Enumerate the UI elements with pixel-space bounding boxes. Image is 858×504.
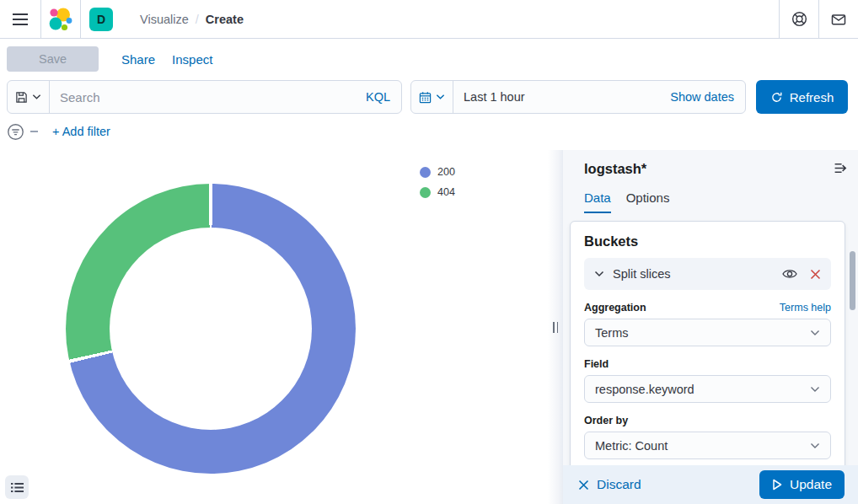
date-picker-group: Last 1 hour Show dates xyxy=(410,80,746,114)
elastic-logo-icon xyxy=(49,8,72,31)
inspect-button[interactable]: Inspect xyxy=(172,52,212,67)
filter-dash-decoration xyxy=(30,131,38,132)
legend-toggle-button[interactable] xyxy=(5,475,29,499)
chevron-down-icon xyxy=(810,442,820,449)
tab-data[interactable]: Data xyxy=(584,190,611,213)
chevron-down-icon xyxy=(810,330,820,336)
field-select[interactable]: response.keyword xyxy=(584,375,831,403)
add-filter-button[interactable]: + Add filter xyxy=(52,125,110,138)
saved-query-menu-button[interactable] xyxy=(8,81,50,113)
chevron-down-icon xyxy=(32,94,41,100)
share-button[interactable]: Share xyxy=(121,52,155,67)
visualize-toolbar: Save Share Inspect xyxy=(0,39,858,79)
legend-item-404[interactable]: 404 xyxy=(420,182,455,202)
help-menu-button[interactable] xyxy=(780,0,818,38)
refresh-button[interactable]: Refresh xyxy=(756,80,848,114)
hamburger-menu-button[interactable] xyxy=(0,0,40,38)
update-button[interactable]: Update xyxy=(759,470,845,499)
order-by-select[interactable]: Metric: Count xyxy=(584,432,831,459)
elastic-logo-button[interactable] xyxy=(41,0,80,38)
breadcrumb-current: Create xyxy=(206,13,244,26)
time-range-value[interactable]: Last 1 hour xyxy=(453,81,670,113)
help-lifebuoy-icon xyxy=(791,11,807,27)
tab-options[interactable]: Options xyxy=(626,190,670,213)
legend-dot-404 xyxy=(420,187,431,198)
space-badge: D xyxy=(89,8,113,31)
split-slices-label[interactable]: Split slices xyxy=(613,267,782,281)
query-bar: Search KQL Last 1 hour Show dates Refres… xyxy=(0,80,858,114)
remove-x-icon xyxy=(810,269,821,280)
calendar-icon xyxy=(419,91,432,104)
search-input[interactable]: Search xyxy=(50,81,366,113)
chevron-down-icon xyxy=(810,386,820,393)
panel-resizer-handle[interactable] xyxy=(548,150,563,504)
space-selector-button[interactable]: D xyxy=(81,0,121,38)
date-quick-menu-button[interactable] xyxy=(411,81,453,113)
breadcrumb: Visualize / Create xyxy=(121,0,779,38)
query-language-button[interactable]: KQL xyxy=(366,81,401,113)
editor-tabs: Data Options xyxy=(584,190,669,213)
save-query-icon xyxy=(15,91,28,104)
refresh-label: Refresh xyxy=(790,90,834,105)
chevron-down-icon xyxy=(594,271,604,277)
aggregation-select[interactable]: Terms xyxy=(584,319,831,346)
panel-scrollbar[interactable] xyxy=(850,251,855,310)
aggregation-value: Terms xyxy=(595,326,810,340)
discard-label: Discard xyxy=(597,477,641,492)
aggregation-label: Aggregation xyxy=(584,302,646,314)
collapse-panel-button[interactable] xyxy=(834,161,848,175)
chart-legend: 200 404 xyxy=(420,162,455,202)
main-content: 200 404 logstash* Data Options xyxy=(0,150,858,504)
top-header: D Visualize / Create xyxy=(0,0,858,39)
field-value: response.keyword xyxy=(595,383,810,396)
donut-chart[interactable] xyxy=(66,184,356,474)
order-by-value: Metric: Count xyxy=(595,439,810,453)
filter-bar: + Add filter xyxy=(0,119,110,144)
filter-menu-icon[interactable] xyxy=(7,123,24,141)
visualization-editor-panel: logstash* Data Options Buckets Split sli… xyxy=(563,150,858,504)
refresh-icon xyxy=(770,91,783,104)
legend-item-200[interactable]: 200 xyxy=(420,162,455,182)
split-slices-accordion[interactable]: Split slices xyxy=(584,258,831,290)
remove-bucket-button[interactable] xyxy=(810,269,821,280)
toggle-visibility-button[interactable] xyxy=(782,268,797,280)
list-icon xyxy=(11,482,24,493)
legend-dot-200 xyxy=(420,167,431,178)
save-button[interactable]: Save xyxy=(7,46,99,72)
breadcrumb-visualize-link[interactable]: Visualize xyxy=(140,13,189,26)
index-pattern-title: logstash* xyxy=(584,161,646,177)
buckets-card: Buckets Split slices xyxy=(570,221,845,470)
newsfeed-button[interactable] xyxy=(819,0,858,38)
eye-icon xyxy=(782,268,797,280)
terms-help-link[interactable]: Terms help xyxy=(780,302,831,314)
visualization-chart-area: 200 404 xyxy=(0,150,553,504)
field-label: Field xyxy=(584,358,609,370)
legend-label-404: 404 xyxy=(437,186,455,198)
play-icon xyxy=(772,479,782,491)
buckets-heading: Buckets xyxy=(584,233,831,249)
donut-hole xyxy=(110,228,312,430)
search-input-group: Search KQL xyxy=(7,80,402,114)
update-label: Update xyxy=(790,477,832,492)
breadcrumb-separator: / xyxy=(196,13,199,26)
discard-x-icon xyxy=(578,480,589,491)
legend-label-200: 200 xyxy=(437,166,455,178)
collapse-panel-icon xyxy=(834,161,848,175)
editor-footer-bar: Discard Update xyxy=(563,465,858,504)
order-by-label: Order by xyxy=(584,415,628,426)
show-dates-button[interactable]: Show dates xyxy=(670,81,745,113)
search-placeholder: Search xyxy=(60,90,100,105)
mail-icon xyxy=(830,11,847,28)
discard-button[interactable]: Discard xyxy=(578,477,641,492)
hamburger-icon xyxy=(13,13,28,25)
chevron-down-icon xyxy=(436,94,445,100)
